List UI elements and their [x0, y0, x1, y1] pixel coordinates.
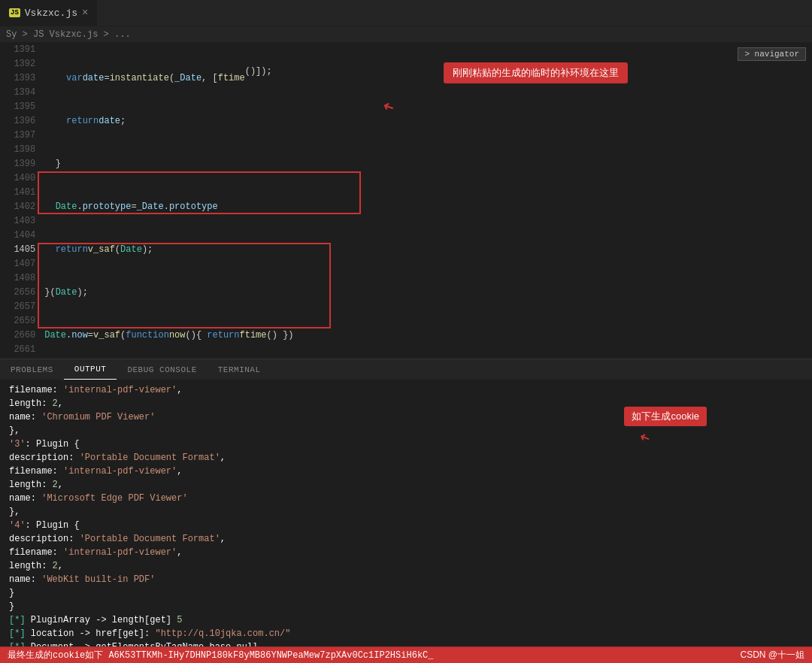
output-line: [*] location -> href[get]: "http://q.10j… [0, 627, 812, 640]
panel-output[interactable]: 如下生成cookie ➜ filename: 'internal-pdf-vie… [0, 380, 812, 646]
code-line: return date; [44, 114, 812, 129]
code-line: }(Date); [44, 286, 812, 300]
output-line: name: 'Microsoft Edge PDF Viewer' [0, 492, 812, 505]
output-line: '4': Plugin { [0, 519, 812, 532]
bottom-panel: PROBLEMS OUTPUT DEBUG CONSOLE TERMINAL 如… [0, 359, 812, 646]
output-line: length: 2, [0, 478, 812, 492]
annotation-2: 如下生成cookie [624, 407, 707, 426]
code-line: var date = instantiate(_Date, [ftime()])… [44, 71, 812, 86]
breadcrumb: Sy > JS Vskzxc.js > ... [0, 26, 812, 43]
js-icon: JS [9, 8, 20, 17]
output-line: filename: 'internal-pdf-viewer', [0, 546, 812, 559]
tab-bar: JS Vskzxc.js × [0, 0, 812, 26]
tab-debug-console[interactable]: DEBUG CONSOLE [117, 359, 207, 380]
output-line: [*] Document -> getElementsByTagName bas… [0, 640, 812, 646]
output-line: }, [0, 505, 812, 519]
code-line: return v_saf(Date); [44, 243, 812, 257]
tab-terminal[interactable]: TERMINAL [208, 359, 271, 380]
line-numbers: 1391 1392 1393 1394 1395 1396 1397 1398 … [0, 43, 41, 359]
tab-problems[interactable]: PROBLEMS [0, 359, 64, 380]
code-line: Date.now = v_saf(function now(){ return … [44, 328, 812, 343]
code-editor[interactable]: var date = instantiate(_Date, [ftime()])… [41, 43, 812, 359]
code-line: } [44, 157, 812, 171]
output-line: } [0, 586, 812, 600]
status-bar: 最终生成的cookie如下 A6K53TTKMh-IHy7DHNP180kF8y… [0, 646, 812, 663]
tab-label: Vskzxc.js [25, 8, 77, 19]
close-tab-button[interactable]: × [82, 7, 88, 19]
output-line: description: 'Portable Document Format', [0, 532, 812, 546]
output-line: filename: 'internal-pdf-viewer', [0, 383, 812, 397]
output-line: length: 2, [0, 559, 812, 573]
output-line: '3': Plugin { [0, 437, 812, 451]
annotation-1: 刚刚粘贴的生成的临时的补环境在这里 [444, 62, 628, 83]
output-line: name: 'WebKit built-in PDF' [0, 573, 812, 586]
tab-output[interactable]: OUTPUT [64, 359, 117, 380]
file-tab[interactable]: JS Vskzxc.js × [0, 0, 98, 26]
status-right-label: CSDN @十一姐 [740, 649, 804, 661]
panel-tabs: PROBLEMS OUTPUT DEBUG CONSOLE TERMINAL [0, 359, 812, 380]
output-line: [*] PluginArray -> length[get] 5 [0, 613, 812, 627]
editor-area: > navigator 1391 1392 1393 1394 1395 139… [0, 43, 812, 359]
output-line: } [0, 600, 812, 613]
code-line: Date.prototype = _Date.prototype [44, 200, 812, 214]
bottom-status-text: 最终生成的cookie如下 A6K53TTKMh-IHy7DHNP180kF8y… [8, 649, 433, 661]
output-line: filename: 'internal-pdf-viewer', [0, 465, 812, 478]
navigator-button[interactable]: > navigator [738, 47, 806, 61]
output-line: description: 'Portable Document Format', [0, 451, 812, 465]
